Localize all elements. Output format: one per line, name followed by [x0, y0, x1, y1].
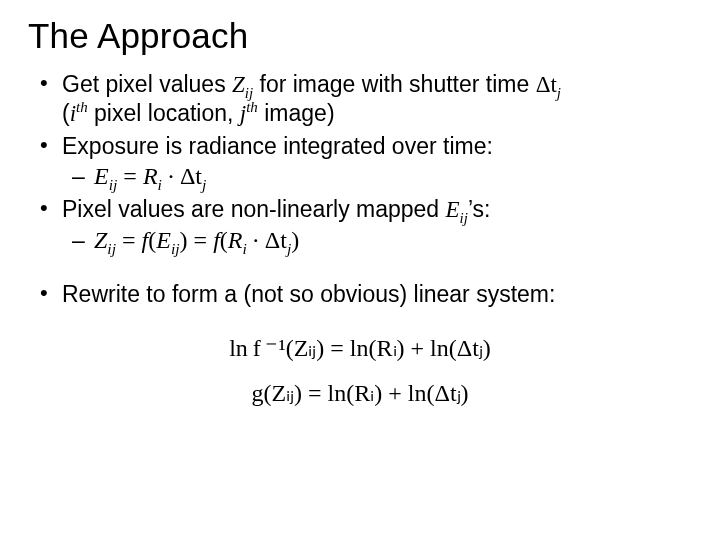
text: Get pixel values	[62, 71, 232, 97]
var-E: E	[94, 163, 109, 189]
sup-th: th	[246, 99, 258, 115]
rp: )	[291, 227, 299, 253]
lp: (	[220, 227, 228, 253]
bullet-3: Pixel values are non-linearly mapped Eij…	[40, 195, 692, 255]
rp: )	[180, 227, 188, 253]
equation-exposure: Eij = Ri · Δtj	[68, 162, 692, 191]
var-E: E	[156, 227, 171, 253]
sub-list: Eij = Ri · Δtj	[68, 162, 692, 191]
var-Z: Z	[232, 72, 245, 97]
sub-ij: ij	[171, 240, 180, 257]
bullet-4: Rewrite to form a (not so obvious) linea…	[40, 280, 692, 308]
sub-list: Zij = f(Eij) = f(Ri · Δtj)	[68, 226, 692, 255]
equation-mapping: Zij = f(Eij) = f(Ri · Δtj)	[68, 226, 692, 255]
op-dot: ·	[162, 163, 180, 189]
linear-system-equations: ln f ⁻¹(Zᵢⱼ) = ln(Rᵢ) + ln(Δtⱼ) g(Zᵢⱼ) =…	[28, 326, 692, 417]
op-eq: =	[116, 227, 142, 253]
var-R: R	[228, 227, 243, 253]
var-dt: Δt	[536, 72, 557, 97]
bullet-list: Get pixel values Zij for image with shut…	[40, 70, 692, 308]
sub-j: j	[202, 176, 206, 193]
op-dot: ·	[247, 227, 265, 253]
var-dt: Δt	[265, 227, 287, 253]
var-R: R	[143, 163, 158, 189]
text: Exposure is radiance integrated over tim…	[62, 133, 493, 159]
op-eq: =	[117, 163, 143, 189]
text: (	[62, 100, 70, 126]
text: Pixel values are non-linearly mapped	[62, 196, 446, 222]
text: Rewrite to form a (not so obvious) linea…	[62, 281, 555, 307]
equation-line-2: g(Zᵢⱼ) = ln(Rᵢ) + ln(Δtⱼ)	[28, 371, 692, 417]
text: ’s:	[468, 196, 491, 222]
bullet-2: Exposure is radiance integrated over tim…	[40, 132, 692, 191]
text: pixel location,	[88, 100, 240, 126]
equation-line-1: ln f ⁻¹(Zᵢⱼ) = ln(Rᵢ) + ln(Δtⱼ)	[28, 326, 692, 372]
spacer	[40, 260, 692, 280]
text: for image with shutter time	[253, 71, 536, 97]
sub-ij: ij	[460, 210, 468, 226]
op-eq: =	[188, 227, 214, 253]
sup-th: th	[76, 99, 88, 115]
slide-title: The Approach	[28, 16, 692, 56]
text: image)	[258, 100, 335, 126]
sub-ij: ij	[107, 240, 116, 257]
fn-f: f	[213, 227, 220, 253]
sub-j: j	[557, 85, 561, 101]
slide: The Approach Get pixel values Zij for im…	[0, 0, 720, 540]
var-E: E	[446, 197, 460, 222]
var-dt: Δt	[180, 163, 202, 189]
var-Z: Z	[94, 227, 107, 253]
bullet-1: Get pixel values Zij for image with shut…	[40, 70, 692, 128]
